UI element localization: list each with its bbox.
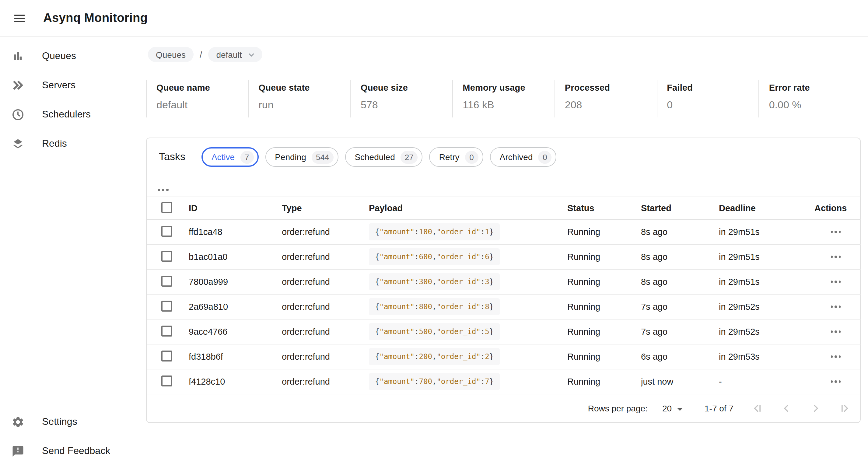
row-checkbox[interactable] — [161, 300, 172, 311]
sidebar-item-settings[interactable]: Settings — [0, 407, 146, 436]
row-checkbox[interactable] — [161, 325, 172, 336]
feedback-icon — [10, 444, 25, 458]
select-all-checkbox[interactable] — [161, 202, 172, 213]
tab-scheduled[interactable]: Scheduled 27 — [345, 147, 423, 167]
app-title: Asynq Monitoring — [43, 11, 148, 25]
chevron-down-icon — [247, 50, 256, 59]
row-checkbox[interactable] — [161, 275, 172, 286]
task-started-cell: 8s ago — [634, 269, 712, 294]
row-checkbox[interactable] — [161, 225, 172, 237]
task-payload-cell: {"amount":500,"order_id":5} — [362, 319, 560, 344]
task-row: ffd1ca48 order:refund {"amount":100,"ord… — [147, 219, 861, 244]
breadcrumb-queues-chip[interactable]: Queues — [148, 47, 193, 62]
row-actions-button[interactable] — [828, 324, 844, 340]
task-row: 2a69a810 order:refund {"amount":800,"ord… — [147, 294, 861, 319]
tab-retry[interactable]: Retry 0 — [429, 147, 483, 167]
task-row: 7800a999 order:refund {"amount":300,"ord… — [147, 269, 861, 294]
task-type-cell: order:refund — [275, 344, 362, 369]
previous-page-button[interactable] — [780, 402, 793, 415]
task-id-cell: 9ace4766 — [181, 319, 275, 344]
task-deadline-cell: in 29m52s — [712, 319, 807, 344]
sidebar-item-label: Settings — [42, 416, 77, 427]
column-header-started: Started — [634, 197, 712, 219]
task-started-cell: 7s ago — [634, 294, 712, 319]
task-type-cell: order:refund — [275, 294, 362, 319]
task-deadline-cell: - — [712, 369, 807, 394]
more-horiz-icon — [831, 231, 841, 233]
task-id-cell: ffd1ca48 — [181, 219, 275, 244]
sidebar-item-label: Servers — [42, 80, 75, 91]
task-status-cell: Running — [560, 344, 634, 369]
last-page-icon — [839, 402, 851, 414]
task-type-cell: order:refund — [275, 319, 362, 344]
task-deadline-cell: in 29m51s — [712, 219, 807, 244]
task-payload-cell: {"amount":200,"order_id":2} — [362, 344, 560, 369]
queue-select-chip[interactable]: default — [208, 47, 262, 62]
more-horiz-icon — [831, 381, 841, 383]
row-checkbox[interactable] — [161, 350, 172, 361]
task-type-cell: order:refund — [275, 219, 362, 244]
tab-active[interactable]: Active 7 — [202, 147, 258, 167]
menu-button[interactable] — [8, 7, 30, 29]
more-horiz-icon — [158, 189, 168, 191]
row-actions-button[interactable] — [828, 274, 844, 290]
rows-per-page-select[interactable]: 20 — [662, 404, 683, 413]
tab-count-badge: 0 — [538, 151, 552, 163]
next-page-button[interactable] — [809, 402, 823, 415]
queue-stats-bar: Queue name default Queue state run Queue… — [146, 80, 861, 118]
task-deadline-cell: in 29m51s — [712, 244, 807, 269]
sidebar-item-queues[interactable]: Queues — [0, 41, 146, 71]
row-actions-button[interactable] — [828, 349, 844, 365]
tasks-card: Tasks Active 7 Pending 544 Scheduled 27 — [146, 137, 861, 423]
tab-archived[interactable]: Archived 0 — [490, 147, 557, 167]
task-deadline-cell: in 29m52s — [712, 294, 807, 319]
task-table-body: ffd1ca48 order:refund {"amount":100,"ord… — [147, 219, 861, 394]
task-payload-cell: {"amount":300,"order_id":3} — [362, 269, 560, 294]
stat-queue-state: Queue state run — [248, 80, 350, 118]
sidebar-item-send-feedback[interactable]: Send Feedback — [0, 436, 146, 466]
row-actions-button[interactable] — [828, 374, 844, 389]
sidebar-item-redis[interactable]: Redis — [0, 129, 146, 158]
row-checkbox[interactable] — [161, 375, 172, 386]
app-bar: Asynq Monitoring — [0, 0, 868, 36]
more-horiz-icon — [831, 331, 841, 333]
tab-label: Scheduled — [354, 152, 395, 162]
task-started-cell: 6s ago — [634, 344, 712, 369]
task-deadline-cell: in 29m51s — [712, 269, 807, 294]
breadcrumb-separator: / — [200, 49, 202, 60]
row-actions-button[interactable] — [828, 224, 844, 240]
sidebar-item-label: Redis — [42, 138, 67, 149]
row-actions-button[interactable] — [828, 249, 844, 265]
first-page-button[interactable] — [750, 402, 764, 415]
payload-json-chip: {"amount":600,"order_id":6} — [369, 248, 500, 266]
sidebar-item-servers[interactable]: Servers — [0, 71, 146, 100]
task-started-cell: just now — [634, 369, 712, 394]
sidebar-item-label: Schedulers — [42, 109, 91, 120]
sidebar-item-schedulers[interactable]: Schedulers — [0, 100, 146, 129]
column-header-payload: Payload — [362, 197, 560, 219]
double-chevron-icon — [10, 78, 25, 93]
stat-error-rate: Error rate 0.00 % — [759, 80, 861, 118]
stat-queue-name: Queue name default — [146, 80, 248, 118]
task-id-cell: 2a69a810 — [181, 294, 275, 319]
column-header-type: Type — [275, 197, 362, 219]
tab-pending[interactable]: Pending 544 — [265, 147, 338, 167]
task-started-cell: 7s ago — [634, 319, 712, 344]
payload-json-chip: {"amount":100,"order_id":1} — [369, 223, 500, 240]
row-checkbox[interactable] — [161, 250, 172, 261]
more-horiz-icon — [831, 281, 841, 283]
more-options-button[interactable] — [155, 182, 171, 198]
last-page-button[interactable] — [838, 402, 851, 415]
task-id-cell: f4128c10 — [181, 369, 275, 394]
task-started-cell: 8s ago — [634, 219, 712, 244]
gear-icon — [10, 414, 25, 429]
pagination-range: 1-7 of 7 — [705, 404, 734, 413]
asynq-monitoring-app: Asynq Monitoring Queues Servers — [0, 0, 868, 468]
row-actions-button[interactable] — [828, 299, 844, 315]
task-id-cell: 7800a999 — [181, 269, 275, 294]
task-row: fd318b6f order:refund {"amount":200,"ord… — [147, 344, 861, 369]
sidebar-item-label: Queues — [42, 51, 76, 61]
stat-queue-size: Queue size 578 — [350, 80, 452, 118]
task-row: f4128c10 order:refund {"amount":700,"ord… — [147, 369, 861, 394]
column-header-id: ID — [181, 197, 275, 219]
